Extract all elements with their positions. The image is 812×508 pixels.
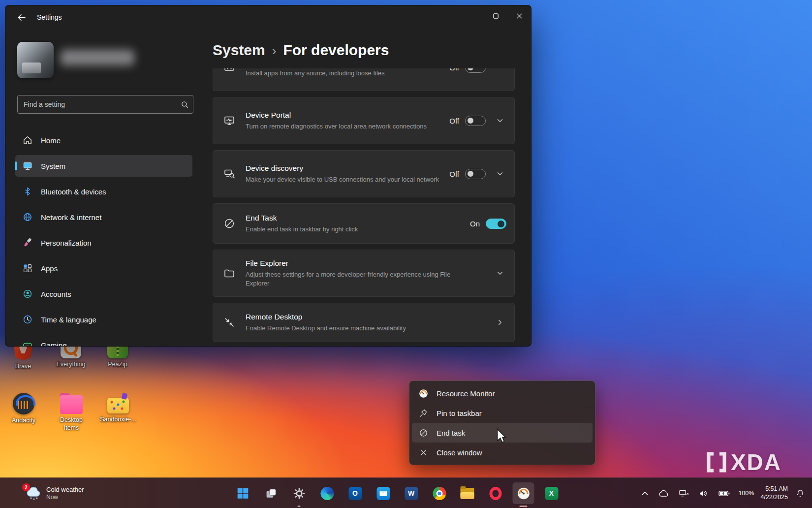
search-icon[interactable] (176, 101, 193, 108)
settings-scroll-area[interactable]: Install apps from any source, including … (213, 68, 515, 346)
sidebar-item-gaming[interactable]: Gaming (15, 334, 192, 347)
sidebar-item-time-language[interactable]: Time & language (15, 309, 192, 330)
taskbar-app-edge[interactable] (316, 482, 338, 504)
menu-item-label: Pin to taskbar (437, 409, 482, 417)
maximize-button[interactable] (484, 5, 507, 26)
minimize-icon (469, 13, 475, 19)
taskbar-app-chrome[interactable] (429, 482, 450, 504)
device-portal-icon (213, 115, 246, 127)
page-title: For developers (283, 42, 389, 59)
taskbar-context-menu: Resource Monitor Pin to taskbar End task… (409, 381, 595, 465)
weather-widget[interactable]: 2 Cold weather Now (22, 478, 88, 508)
sidebar-item-apps[interactable]: Apps (15, 257, 192, 279)
user-avatar[interactable] (17, 42, 54, 78)
device-portal-toggle[interactable] (465, 116, 486, 126)
sidebar-item-label: Accounts (41, 290, 71, 298)
sidebar-item-personalization[interactable]: Personalization (15, 232, 192, 254)
menu-item-pin-to-taskbar[interactable]: Pin to taskbar (412, 403, 593, 423)
taskbar-app-word[interactable]: W (401, 482, 422, 504)
task-view-icon (265, 487, 277, 500)
start-icon (237, 487, 250, 500)
sidebar-item-label: Gaming (41, 341, 67, 347)
onedrive-cloud-icon[interactable] (656, 488, 671, 499)
setting-card-file-explorer[interactable]: File Explorer Adjust these settings for … (213, 250, 515, 297)
remote-desktop-icon (213, 317, 246, 328)
network-tray-icon[interactable] (677, 487, 690, 499)
close-icon (418, 448, 429, 457)
active-app-indicator (520, 506, 528, 507)
close-icon (517, 13, 522, 19)
taskbar-app-opera[interactable] (485, 482, 506, 504)
apps-icon (22, 263, 33, 274)
search-input[interactable] (18, 100, 176, 108)
hidden-icons-chevron[interactable] (640, 489, 650, 498)
taskbar-app-file-explorer[interactable] (457, 482, 478, 504)
word-icon: W (405, 487, 418, 500)
desktop-icon-label: Desktop Items (54, 416, 89, 432)
desktop-icon-desktop-items[interactable]: Desktop Items (48, 393, 95, 432)
breadcrumb-parent[interactable]: System (213, 42, 265, 59)
developer-mode-toggle[interactable] (465, 68, 486, 73)
back-button[interactable] (12, 9, 30, 26)
sidebar-item-network[interactable]: Network & internet (15, 206, 192, 228)
close-button[interactable] (507, 5, 531, 26)
menu-item-close-window[interactable]: Close window (412, 443, 593, 462)
taskbar: 2 Cold weather Now (0, 477, 812, 508)
desktop-icon-audacity[interactable]: Audacity (0, 393, 47, 425)
taskbar-app-start[interactable] (232, 482, 254, 504)
chrome-icon (433, 487, 446, 500)
minimize-button[interactable] (460, 5, 484, 26)
pink-folder-icon (60, 395, 83, 414)
setting-description: Enable Remote Desktop and ensure machine… (246, 324, 457, 333)
setting-card-device-portal[interactable]: Device Portal Turn on remote diagnostics… (213, 97, 515, 144)
search-box (17, 95, 193, 114)
setting-card-remote-desktop[interactable]: Remote Desktop Enable Remote Desktop and… (213, 303, 515, 342)
user-name-blurred (61, 50, 134, 65)
setting-title: Remote Desktop (246, 313, 478, 322)
device-discovery-toggle[interactable] (465, 169, 486, 179)
taskbar-app-excel[interactable]: X (541, 482, 562, 504)
volume-icon[interactable] (697, 488, 710, 499)
weather-subtitle: Now (46, 494, 84, 501)
sidebar-item-home[interactable]: Home (15, 129, 192, 151)
settings-sidebar: Home System Bluetooth & devices (5, 29, 202, 346)
taskbar-app-outlook-new[interactable] (373, 482, 394, 504)
outlook-new-icon (376, 487, 390, 500)
menu-item-resource-monitor[interactable]: Resource Monitor (412, 383, 593, 403)
chevron-right-icon[interactable] (494, 318, 506, 327)
sidebar-item-accounts[interactable]: Accounts (15, 283, 192, 305)
battery-icon[interactable] (717, 488, 732, 499)
notification-bell-icon[interactable] (794, 487, 806, 499)
setting-title: End Task (246, 214, 462, 223)
taskbar-app-outlook[interactable]: O (344, 482, 366, 504)
file-explorer-icon (461, 488, 474, 499)
taskbar-app-resource-monitor[interactable] (513, 482, 534, 504)
pin-icon (418, 409, 429, 418)
setting-description: Make your device visible to USB connecti… (246, 175, 441, 184)
taskbar-app-task-view[interactable] (260, 482, 282, 504)
chevron-down-icon[interactable] (494, 116, 506, 125)
desktop-icon-label: Everything (56, 361, 85, 369)
chevron-down-icon[interactable] (494, 169, 506, 178)
desktop-icon-label: Sandboxie-... (100, 416, 136, 424)
setting-description: Install apps from any source, including … (246, 69, 441, 78)
clock[interactable]: 5:51 AM 4/22/2025 (760, 485, 788, 502)
setting-card-device-discovery[interactable]: Device discovery Make your device visibl… (213, 150, 515, 197)
taskbar-app-settings[interactable] (288, 482, 310, 504)
sidebar-item-bluetooth[interactable]: Bluetooth & devices (15, 181, 192, 202)
end-task-toggle[interactable] (486, 219, 506, 229)
setting-card-end-task[interactable]: End Task Enable end task in taskbar by r… (213, 203, 515, 244)
breadcrumb-separator-icon: › (272, 42, 277, 59)
desktop-icon-sandboxie[interactable]: Sandboxie-... (94, 393, 142, 424)
menu-item-label: Resource Monitor (437, 389, 495, 398)
battery-percent: 100% (738, 490, 754, 497)
snow-cloud-icon: 2 (26, 486, 41, 501)
setting-card-developer-mode[interactable]: Install apps from any source, including … (213, 68, 515, 91)
toggle-state-label: Off (449, 170, 459, 178)
sidebar-item-system[interactable]: System (15, 155, 192, 177)
sidebar-nav: Home System Bluetooth & devices (5, 129, 202, 347)
chevron-down-icon[interactable] (494, 269, 506, 278)
tray-time: 5:51 AM (760, 485, 788, 493)
sidebar-item-label: Home (41, 136, 61, 145)
weather-title: Cold weather (46, 486, 84, 493)
